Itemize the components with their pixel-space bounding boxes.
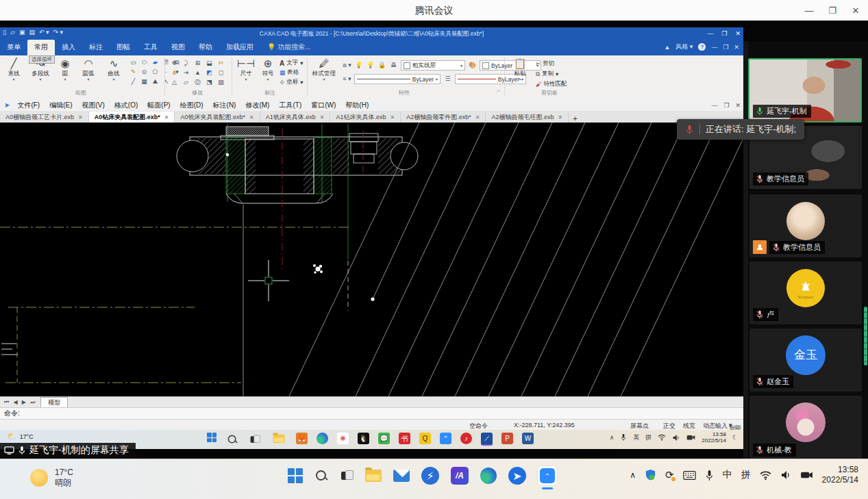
- copy-obj-icon[interactable]: ⬔: [205, 79, 214, 86]
- stretch-icon[interactable]: ⬓: [205, 60, 214, 67]
- help-icon[interactable]: ?: [698, 43, 706, 51]
- linetype-tool-icon[interactable]: ≡ ▾: [343, 75, 351, 83]
- curve-tool[interactable]: ∿曲线▾: [101, 57, 126, 81]
- close-tab-icon[interactable]: ✕: [475, 114, 480, 120]
- scale-icon[interactable]: ▲: [193, 69, 202, 77]
- meeting-minimize-button[interactable]: —: [802, 5, 816, 16]
- doc-tab[interactable]: A2横轴曲颈毛坯图.exb✕: [486, 112, 569, 123]
- save-icon[interactable]: ▣: [19, 29, 25, 36]
- wifi-icon[interactable]: [658, 434, 666, 441]
- shared-weather-widget[interactable]: ⛅ 17°C: [7, 432, 34, 441]
- meeting-close-button[interactable]: ✕: [849, 5, 863, 16]
- red-app-icon[interactable]: 书: [399, 433, 410, 444]
- powerpoint-icon[interactable]: P: [501, 433, 513, 444]
- close-tab-icon[interactable]: ✕: [78, 114, 83, 120]
- hatch-icon[interactable]: ▰: [151, 59, 160, 66]
- edge-icon[interactable]: [480, 468, 497, 484]
- caxa-close-button[interactable]: ✕: [735, 30, 741, 37]
- start-button[interactable]: [207, 433, 216, 442]
- open-file-icon[interactable]: ▱: [10, 29, 15, 36]
- mdi-minimize-icon[interactable]: —: [711, 102, 717, 109]
- wechat-icon[interactable]: 💬: [378, 433, 390, 444]
- meeting-maximize-button[interactable]: ❐: [826, 5, 839, 16]
- color-wheel-icon[interactable]: 🎨: [468, 62, 477, 69]
- tray-expand-icon[interactable]: ∧: [630, 470, 636, 480]
- new-tab-button[interactable]: +: [569, 114, 581, 123]
- search-icon[interactable]: [314, 469, 328, 483]
- status-smart-toggle[interactable]: 智能 ▾: [729, 422, 732, 428]
- host-weather-widget[interactable]: 17°C晴朗: [30, 468, 73, 488]
- mic-tray-icon[interactable]: [705, 470, 714, 481]
- menu-modify[interactable]: 修改(M): [240, 101, 274, 110]
- symbol-tool[interactable]: ⊕符号▾: [258, 57, 278, 81]
- yellow-app-icon[interactable]: Q: [419, 433, 431, 444]
- tab-menu[interactable]: 菜单: [0, 40, 27, 55]
- function-search[interactable]: 💡 功能搜索...: [260, 40, 318, 55]
- menu-sheet[interactable]: 幅面(P): [142, 101, 175, 110]
- menu-view[interactable]: 视图(V): [77, 101, 110, 110]
- lineweight-tool-icon[interactable]: ☰: [443, 75, 452, 83]
- caxa-app-icon[interactable]: /A: [451, 467, 469, 485]
- style-switcher[interactable]: 风格 ▾: [675, 42, 693, 51]
- image-icon[interactable]: ⛰: [151, 78, 160, 86]
- touch-keyboard-icon[interactable]: [683, 471, 696, 480]
- caxa-icon[interactable]: ⟋: [481, 433, 493, 446]
- sheet-nav-arrows[interactable]: ⏮ ◀ ▶ ⏭: [0, 399, 40, 406]
- browser-orange-icon[interactable]: 🦊: [296, 433, 308, 444]
- close-tab-icon[interactable]: ✕: [164, 114, 169, 120]
- tab-common[interactable]: 常用: [27, 40, 55, 55]
- new-file-icon[interactable]: ▯: [3, 29, 6, 36]
- properties-dialog-launcher[interactable]: ⌐: [497, 88, 500, 93]
- ime-lang-indicator[interactable]: 英: [633, 433, 639, 442]
- ime-mode-indicator[interactable]: 拼: [645, 433, 652, 442]
- style-manager-tool[interactable]: 🖉样式管理▾: [310, 57, 338, 81]
- erase-icon[interactable]: ▨: [216, 79, 225, 86]
- netease-music-icon[interactable]: ♪: [460, 433, 472, 444]
- qq-icon[interactable]: 🐧: [358, 433, 369, 444]
- close-tab-icon[interactable]: ✕: [390, 114, 395, 120]
- array-icon[interactable]: ⊞: [193, 60, 202, 67]
- menu-tools[interactable]: 工具(T): [274, 101, 306, 110]
- participant-tile[interactable]: 机械-教: [749, 396, 862, 460]
- speaker-icon[interactable]: [672, 434, 680, 442]
- doc-tab[interactable]: A2横轴曲颈零件图.exb*✕: [401, 112, 486, 123]
- caxa-minimize-button[interactable]: —: [707, 30, 713, 37]
- tab-view[interactable]: 视图: [164, 40, 192, 55]
- doc-tab[interactable]: A1钻床夹具体.exb✕: [330, 112, 401, 123]
- circle-tool[interactable]: ◉圆▾: [55, 57, 75, 81]
- ole-icon[interactable]: ⊙: [140, 68, 149, 76]
- menu-format[interactable]: 格式(O): [110, 101, 142, 110]
- sidebar-collapse-handle[interactable]: [743, 41, 748, 479]
- sidebar-scrollbar[interactable]: [864, 307, 867, 366]
- colorful-app-icon[interactable]: ❋: [337, 433, 349, 444]
- paperplane-app-icon[interactable]: ➤: [508, 467, 526, 485]
- copy-tool[interactable]: ⧉ 复制 ▾: [536, 70, 567, 78]
- ime-lang-indicator[interactable]: 中: [723, 469, 732, 481]
- layer-lock-icon[interactable]: 🔒: [377, 62, 386, 69]
- polygon-icon[interactable]: ⬠: [151, 68, 160, 76]
- layer-select[interactable]: 粗实线层▾: [401, 60, 465, 71]
- task-view-icon[interactable]: [340, 469, 354, 483]
- ime-mode-indicator[interactable]: 拼: [741, 469, 751, 481]
- menu-draw[interactable]: 绘图(D): [175, 101, 208, 110]
- chamfer-icon[interactable]: ◻: [216, 69, 225, 77]
- line-tool[interactable]: ╱直线▾: [1, 57, 26, 81]
- fillet-icon[interactable]: ◩: [205, 69, 214, 77]
- night-mode-icon[interactable]: ☾: [732, 434, 738, 441]
- tab-help[interactable]: 帮助: [192, 40, 219, 55]
- menu-edit[interactable]: 编辑(E): [45, 101, 77, 110]
- shared-clock[interactable]: 13:582022/5/14: [702, 431, 726, 444]
- ellipse-icon[interactable]: ⬭: [140, 59, 149, 66]
- menu-dimension[interactable]: 标注(N): [208, 101, 241, 110]
- close-tab-icon[interactable]: ✕: [320, 114, 325, 120]
- menu-help[interactable]: 帮助(H): [340, 101, 373, 110]
- trim-icon[interactable]: ✄: [216, 60, 225, 67]
- layer-on-bulb-icon[interactable]: 💡: [354, 62, 363, 69]
- align-icon[interactable]: ▱: [182, 79, 190, 86]
- doc-tab[interactable]: A0铣床夹具装配图.exb*✕: [175, 112, 260, 123]
- camera-icon[interactable]: [686, 434, 695, 441]
- tab-dimension[interactable]: 标注: [82, 40, 110, 55]
- caxa-maximize-button[interactable]: ❐: [721, 30, 727, 37]
- host-clock[interactable]: 13:582022/5/14: [822, 465, 858, 485]
- text-tool[interactable]: A 文字 ▾: [280, 59, 303, 67]
